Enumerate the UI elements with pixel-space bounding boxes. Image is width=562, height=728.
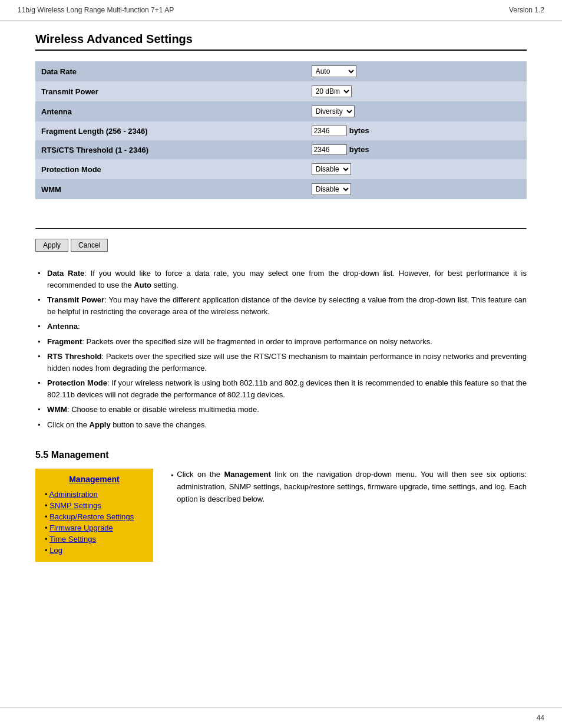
list-item: Fragment: Packets over the specified siz… bbox=[35, 334, 527, 350]
page-number: 44 bbox=[537, 714, 544, 722]
settings-value[interactable]: DiversityLeftRight bbox=[306, 101, 527, 121]
settings-label: Fragment Length (256 - 2346) bbox=[35, 121, 306, 140]
management-menu: Management AdministrationSNMP SettingsBa… bbox=[35, 469, 153, 562]
settings-value[interactable]: Auto1 Mbps2 Mbps5.5 Mbps11 Mbps6 Mbps9 M… bbox=[306, 61, 527, 81]
settings-label: Antenna bbox=[35, 101, 306, 121]
list-item: RTS Threshold: Packets over the specifie… bbox=[35, 349, 527, 375]
settings-label: Data Rate bbox=[35, 61, 306, 81]
management-menu-link[interactable]: Time Settings bbox=[49, 535, 96, 543]
management-menu-item[interactable]: SNMP Settings bbox=[45, 500, 144, 511]
management-menu-item[interactable]: Administration bbox=[45, 489, 144, 500]
list-item: Click on the Apply button to save the ch… bbox=[35, 417, 527, 433]
list-item: Data Rate: If you would like to force a … bbox=[35, 266, 527, 292]
list-item: WMM: Choose to enable or disable wireles… bbox=[35, 402, 527, 417]
bytes-label: bytes bbox=[349, 126, 369, 135]
management-menu-title: Management bbox=[45, 475, 144, 484]
page-title: Wireless Advanced Settings bbox=[35, 32, 527, 46]
button-divider bbox=[35, 228, 527, 229]
settings-value[interactable]: DisableEnable bbox=[306, 179, 527, 199]
management-menu-link[interactable]: Firmware Upgrade bbox=[49, 523, 113, 532]
header-left: 11b/g Wireless Long Range Multi-function… bbox=[18, 6, 174, 14]
settings-value[interactable]: bytes bbox=[306, 140, 527, 159]
bytes-label: bytes bbox=[349, 145, 369, 154]
settings-select-protection-mode[interactable]: DisableEnable bbox=[312, 163, 351, 175]
page-footer: 44 bbox=[0, 707, 562, 728]
description-list: Data Rate: If you would like to force a … bbox=[35, 266, 527, 432]
management-desc: Click on the Management link on the navi… bbox=[171, 469, 527, 505]
management-desc-text: Click on the Management link on the navi… bbox=[177, 469, 527, 505]
management-menu-link[interactable]: SNMP Settings bbox=[49, 501, 101, 510]
section-divider bbox=[35, 50, 527, 51]
management-menu-item[interactable]: Firmware Upgrade bbox=[45, 522, 144, 533]
management-menu-item[interactable]: Backup/Restore Settings bbox=[45, 511, 144, 522]
list-item: Protection Mode: If your wireless networ… bbox=[35, 375, 527, 402]
settings-label: Protection Mode bbox=[35, 159, 306, 179]
settings-label: WMM bbox=[35, 179, 306, 199]
settings-label: RTS/CTS Threshold (1 - 2346) bbox=[35, 140, 306, 159]
header-right: Version 1.2 bbox=[509, 6, 544, 14]
list-item: Transmit Power: You may have the differe… bbox=[35, 292, 527, 319]
settings-select-wmm[interactable]: DisableEnable bbox=[312, 183, 351, 195]
cancel-button[interactable]: Cancel bbox=[71, 239, 108, 252]
settings-value[interactable]: DisableEnable bbox=[306, 159, 527, 179]
management-menu-list: AdministrationSNMP SettingsBackup/Restor… bbox=[45, 489, 144, 556]
management-menu-item[interactable]: Log bbox=[45, 545, 144, 556]
management-menu-link[interactable]: Administration bbox=[49, 490, 97, 499]
management-content: Management AdministrationSNMP SettingsBa… bbox=[35, 469, 527, 562]
settings-table: Data RateAuto1 Mbps2 Mbps5.5 Mbps11 Mbps… bbox=[35, 61, 527, 216]
management-section: 5.5 Management Management Administration… bbox=[35, 450, 527, 562]
list-item: Antenna: bbox=[35, 319, 527, 334]
settings-value[interactable]: bytes bbox=[306, 121, 527, 140]
settings-select-transmit-power[interactable]: 20 dBm17 dBm14 dBm11 dBm bbox=[312, 85, 352, 97]
settings-input-rts/cts-threshold-(1---2346)[interactable] bbox=[312, 144, 347, 155]
apply-button[interactable]: Apply bbox=[35, 239, 68, 252]
settings-label: Transmit Power bbox=[35, 81, 306, 101]
settings-input-fragment-length-(256---2346)[interactable] bbox=[312, 126, 347, 136]
management-menu-link[interactable]: Backup/Restore Settings bbox=[49, 512, 134, 521]
settings-value[interactable]: 20 dBm17 dBm14 dBm11 dBm bbox=[306, 81, 527, 101]
management-title: 5.5 Management bbox=[35, 450, 527, 460]
button-row: Apply Cancel bbox=[35, 239, 527, 252]
management-menu-link[interactable]: Log bbox=[49, 546, 62, 555]
settings-select-data-rate[interactable]: Auto1 Mbps2 Mbps5.5 Mbps11 Mbps6 Mbps9 M… bbox=[312, 65, 356, 77]
management-menu-item[interactable]: Time Settings bbox=[45, 533, 144, 545]
settings-select-antenna[interactable]: DiversityLeftRight bbox=[312, 106, 355, 117]
page-header: 11b/g Wireless Long Range Multi-function… bbox=[0, 0, 562, 21]
